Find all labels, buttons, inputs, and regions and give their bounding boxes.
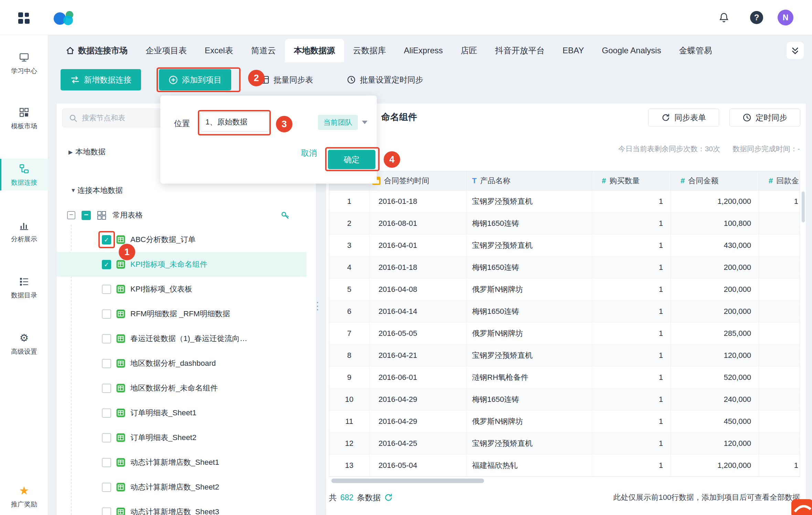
expand-tabs-button[interactable] (787, 42, 804, 59)
table-checkbox[interactable] (102, 260, 111, 269)
datasource-tab[interactable]: 店匠 (452, 39, 486, 62)
vertical-scrollbar[interactable] (802, 191, 805, 222)
tree-table-item[interactable]: 动态计算新增店数_Sheet3 (57, 500, 307, 515)
tree-table-item[interactable]: 订单明细表_Sheet2 (57, 425, 307, 450)
cell-payment (759, 410, 800, 432)
sheet-icon (116, 433, 126, 442)
team-select[interactable]: 当前团队 (318, 115, 367, 130)
table-checkbox[interactable] (102, 384, 111, 393)
cell-product-name: 宝钢罗泾预矫直机 (467, 432, 592, 454)
datasource-tab[interactable]: 简道云 (242, 39, 285, 62)
sync-form-button[interactable]: 同步表单 (648, 109, 719, 127)
table-checkbox[interactable] (102, 359, 111, 368)
table-checkbox[interactable] (102, 285, 111, 294)
add-to-project-button[interactable]: 添加到项目 (159, 69, 231, 90)
datasource-tab[interactable]: 数据连接市场 (57, 39, 137, 62)
table-row[interactable]: 6 2016-04-14 梅钢1650连铸 1 200,000 (329, 300, 800, 322)
table-checkbox[interactable] (102, 334, 111, 343)
tree-table-item[interactable]: KPI指标项_仪表板 (57, 277, 307, 302)
cell-product-name: 涟钢RH氧枪备件 (467, 366, 592, 388)
table-checkbox[interactable] (102, 309, 111, 319)
tab-label: 数据连接市场 (78, 39, 128, 62)
tree-table-item[interactable]: 动态计算新增店数_Sheet2 (57, 475, 307, 500)
table-row[interactable]: 2 2016-08-01 梅钢1650连铸 1 100,800 (329, 212, 800, 234)
column-header-payment[interactable]: 回款金 (759, 171, 800, 190)
sidebar-item-advanced-settings[interactable]: ⚙ 高级设置 (0, 328, 48, 360)
caret-right-icon[interactable] (68, 149, 75, 155)
cell-payment (759, 278, 800, 300)
table-checkbox[interactable] (102, 458, 111, 467)
tree-table-item[interactable]: RFM明细数据 _RFM明细数据 (57, 302, 307, 326)
collapse-minus-icon[interactable] (67, 211, 75, 219)
tree-table-item[interactable]: 地区数据分析_未命名组件 (57, 376, 307, 401)
column-header-product-name[interactable]: 产品名称 (467, 171, 592, 190)
refresh-icon[interactable] (384, 493, 393, 502)
datasource-tab[interactable]: 抖音开放平台 (486, 39, 554, 62)
table-checkbox[interactable] (102, 408, 111, 418)
column-header-contract-amount[interactable]: 合同金额 (671, 171, 759, 190)
sidebar-item-data-connection[interactable]: 数据连接 (0, 159, 48, 190)
table-name-label: 春运迁徙数据（1)_春运迁徙流向… (130, 333, 247, 344)
sidebar-item-data-catalog[interactable]: 数据目录 (0, 272, 48, 303)
datasource-tab[interactable]: Excel表 (196, 39, 242, 62)
batch-timed-sync-button[interactable]: 批量设置定时同步 (347, 69, 423, 90)
user-avatar[interactable]: N (778, 10, 793, 25)
datasource-tab[interactable]: 企业项目表 (137, 39, 196, 62)
table-row[interactable]: 9 2016-06-01 涟钢RH氧枪备件 1 520,000 (329, 366, 800, 388)
tree-table-item[interactable]: 地区数据分析_dashboard (57, 351, 307, 376)
help-icon[interactable] (750, 11, 763, 24)
table-row[interactable]: 4 2016-01-18 梅钢1650连铸 1 200,000 (329, 256, 800, 278)
tree-table-item[interactable]: 春运迁徙数据（1)_春运迁徙流向… (57, 326, 307, 351)
column-header-contract-date[interactable]: 合同签约时间 (370, 171, 467, 190)
tree-node-connect-local-data[interactable]: 连接本地数据 (57, 181, 316, 200)
tree-table-item[interactable]: 订单明细表_Sheet1 (57, 401, 307, 425)
table-checkbox[interactable] (102, 235, 111, 244)
column-header-quantity[interactable]: 购买数量 (592, 171, 671, 190)
table-row[interactable]: 7 2016-05-05 俄罗斯N钢牌坊 1 285,000 (329, 322, 800, 344)
app-logo-icon[interactable] (52, 9, 81, 26)
confirm-button[interactable]: 确定 (328, 150, 375, 169)
datasource-tab[interactable]: 金蝶管易 (670, 39, 721, 62)
table-row[interactable]: 1 2016-01-18 宝钢罗泾预矫直机 1 1,200,000 1 (329, 190, 800, 212)
table-checkbox[interactable] (102, 483, 111, 492)
cell-contract-amount: 120,000 (671, 344, 759, 366)
star-reward-icon: ★ (0, 484, 48, 497)
sidebar-item-analysis-display[interactable]: 分析展示 (0, 216, 48, 247)
floating-brand-logo[interactable] (791, 497, 812, 515)
caret-down-icon[interactable] (71, 187, 77, 194)
table-row[interactable]: 11 2016-04-29 俄罗斯N钢牌坊 1 450,000 (329, 410, 800, 432)
location-input[interactable] (200, 112, 269, 132)
apps-grid-icon[interactable] (17, 11, 30, 24)
table-name-label: 动态计算新增店数_Sheet3 (130, 507, 219, 515)
datasource-tab[interactable]: AliExpress (395, 39, 452, 62)
cancel-button[interactable]: 取消 (301, 148, 317, 158)
sidebar-item-learning-center[interactable]: 学习中心 (0, 47, 48, 79)
table-checkbox[interactable] (102, 507, 111, 515)
datasource-tab[interactable]: 本地数据源 (285, 39, 344, 62)
tree-table-item[interactable]: KPI指标项_未命名组件 (57, 252, 307, 277)
datasource-tab[interactable]: EBAY (554, 39, 593, 62)
table-checkbox[interactable] (102, 433, 111, 442)
datasource-tab[interactable]: 云数据库 (344, 39, 395, 62)
tree-table-item[interactable]: 动态计算新增店数_Sheet1 (57, 450, 307, 475)
table-row[interactable]: 5 2016-04-08 俄罗斯N钢牌坊 1 200,000 (329, 278, 800, 300)
table-row[interactable]: 8 2016-04-21 宝钢罗泾预矫直机 1 120,000 (329, 344, 800, 366)
cell-contract-amount: 200,000 (671, 256, 759, 278)
panel-resize-handle[interactable] (312, 303, 323, 323)
notification-bell-icon[interactable] (718, 12, 729, 23)
sidebar-item-template-market[interactable]: 模板市场 (0, 102, 48, 134)
datasource-tab[interactable]: Google Analysis (593, 39, 670, 62)
table-row[interactable]: 12 2016-04-25 宝钢罗泾预矫直机 1 120,000 (329, 432, 800, 454)
sidebar-item-promotion-rewards[interactable]: ★ 推广奖励 (0, 481, 48, 512)
tree-group-common-tables[interactable]: 常用表格 (57, 206, 316, 225)
group-checkbox-indeterminate[interactable] (82, 211, 91, 220)
new-data-connection-button[interactable]: 新增数据连接 (61, 69, 141, 90)
timed-sync-button[interactable]: 定时同步 (729, 109, 800, 127)
tree-table-item[interactable]: ABC分析数据_订单 (57, 227, 307, 252)
table-row[interactable]: 13 2016-05-04 福建福欣热轧 1 1,200,000 1 (329, 454, 800, 476)
table-row[interactable]: 3 2016-04-01 宝钢罗泾预矫直机 1 430,000 (329, 234, 800, 256)
table-row[interactable]: 10 2016-04-29 梅钢1650连铸 1 240,000 (329, 388, 800, 410)
horizontal-scrollbar[interactable] (331, 479, 484, 483)
batch-sync-table-button[interactable]: 批量同步表 (260, 69, 313, 90)
permission-key-icon[interactable] (280, 211, 290, 220)
